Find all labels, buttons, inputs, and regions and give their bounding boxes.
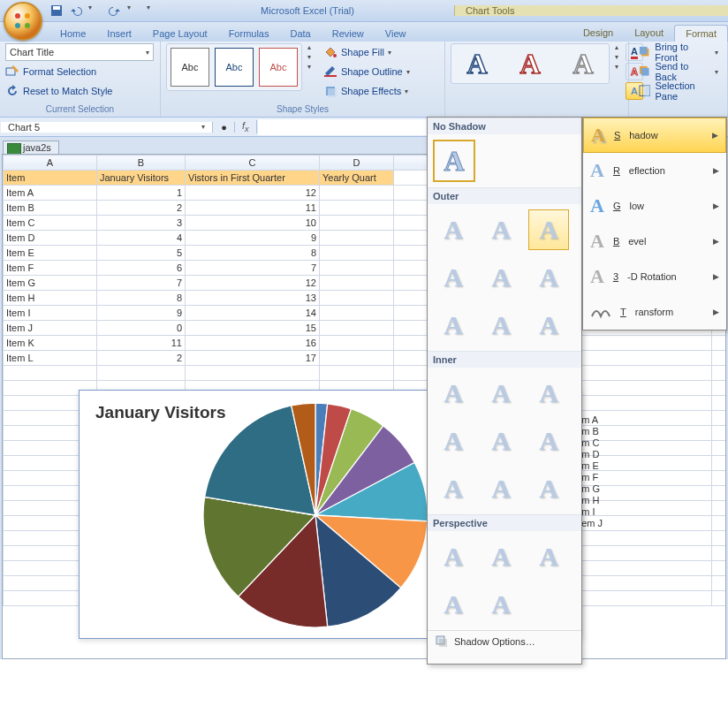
shadow-preset[interactable]: A bbox=[481, 584, 521, 625]
tab-home[interactable]: Home bbox=[49, 26, 96, 42]
shape-style-gallery[interactable]: Abc Abc Abc bbox=[166, 43, 302, 91]
shadow-preset[interactable]: A bbox=[481, 536, 521, 577]
wordart-style-gallery[interactable]: A A A bbox=[451, 43, 610, 84]
shape-gallery-more-icon[interactable]: ▾ bbox=[307, 63, 311, 71]
wordart-gallery-up-icon[interactable]: ▴ bbox=[615, 43, 618, 51]
cell[interactable]: 12 bbox=[186, 186, 320, 201]
text-effect-bevel[interactable]: ABevel▶ bbox=[583, 224, 726, 259]
selection-pane-button[interactable]: Selection Pane bbox=[634, 82, 722, 100]
shadow-preset[interactable]: A bbox=[528, 421, 569, 461]
shape-outline-button[interactable]: Shape Outline▾ bbox=[320, 63, 413, 80]
cell[interactable]: Item I bbox=[4, 306, 97, 321]
cell[interactable]: 6 bbox=[97, 261, 186, 276]
cell[interactable]: 0 bbox=[97, 321, 186, 336]
wordart-style-3[interactable]: A bbox=[559, 46, 607, 81]
shape-gallery-up-icon[interactable]: ▴ bbox=[307, 43, 311, 51]
name-box[interactable]: Chart 5▾ bbox=[1, 122, 213, 133]
col-header-C[interactable]: C bbox=[186, 156, 320, 171]
cell[interactable]: Item D bbox=[4, 231, 97, 246]
cell[interactable]: 11 bbox=[186, 201, 320, 216]
send-to-back-button[interactable]: Send to Back▾ bbox=[634, 63, 722, 80]
tab-data[interactable]: Data bbox=[279, 26, 321, 42]
format-selection-button[interactable]: Format Selection bbox=[5, 65, 96, 79]
tab-layout[interactable]: Layout bbox=[624, 25, 674, 42]
cancel-icon[interactable]: ● bbox=[214, 122, 235, 133]
wordart-gallery-more-icon[interactable]: ▾ bbox=[615, 63, 618, 71]
shadow-preset[interactable]: A bbox=[433, 468, 474, 509]
text-effect--d-rotation[interactable]: A3-D Rotation▶ bbox=[583, 259, 726, 294]
cell[interactable] bbox=[320, 261, 394, 276]
cell[interactable]: Item C bbox=[4, 216, 97, 231]
shadow-preset[interactable]: A bbox=[481, 257, 521, 298]
shadow-preset[interactable]: A bbox=[528, 305, 569, 346]
cell[interactable]: 17 bbox=[186, 351, 320, 366]
cell[interactable]: Item F bbox=[4, 261, 97, 276]
tab-formulas[interactable]: Formulas bbox=[218, 26, 280, 42]
cell[interactable]: 3 bbox=[97, 216, 186, 231]
cell[interactable]: Vistors in First Quarter bbox=[186, 171, 320, 186]
shape-effects-button[interactable]: Shape Effects▾ bbox=[320, 82, 413, 100]
shape-fill-button[interactable]: Shape Fill▾ bbox=[320, 43, 413, 61]
cell[interactable]: Item G bbox=[4, 276, 97, 291]
cell[interactable]: 1 bbox=[97, 186, 186, 201]
cell[interactable]: Item L bbox=[4, 351, 97, 366]
shadow-preset[interactable]: A bbox=[528, 373, 569, 414]
text-effect-transform[interactable]: Transform▶ bbox=[583, 294, 726, 330]
cell[interactable] bbox=[320, 216, 394, 231]
shadow-preset[interactable]: A bbox=[433, 305, 474, 346]
undo-icon[interactable] bbox=[69, 4, 83, 18]
cell[interactable] bbox=[320, 201, 394, 216]
shadow-none[interactable]: A bbox=[433, 140, 475, 182]
cell[interactable]: 4 bbox=[97, 231, 186, 246]
cell[interactable] bbox=[320, 321, 394, 336]
shadow-preset[interactable]: A bbox=[481, 209, 521, 250]
col-header-A[interactable]: A bbox=[4, 156, 97, 171]
cell[interactable]: 10 bbox=[186, 216, 320, 231]
shadow-preset[interactable]: A bbox=[433, 209, 474, 250]
cell[interactable]: 8 bbox=[186, 246, 320, 261]
shadow-preset[interactable]: A bbox=[528, 536, 569, 577]
cell[interactable]: 11 bbox=[97, 336, 186, 351]
redo-icon[interactable] bbox=[108, 4, 122, 18]
shadow-preset[interactable]: A bbox=[481, 421, 521, 461]
col-header-D[interactable]: D bbox=[320, 156, 394, 171]
cell[interactable]: Item E bbox=[4, 246, 97, 261]
reset-style-button[interactable]: Reset to Match Style bbox=[5, 84, 113, 98]
cell[interactable]: 2 bbox=[97, 201, 186, 216]
tab-view[interactable]: View bbox=[375, 26, 417, 42]
cell[interactable]: 14 bbox=[186, 306, 320, 321]
workbook-tab[interactable]: java2s bbox=[3, 141, 59, 154]
cell[interactable] bbox=[320, 306, 394, 321]
cell[interactable]: Item bbox=[4, 171, 97, 186]
shadow-preset[interactable]: A bbox=[433, 373, 474, 414]
shadow-preset[interactable]: A bbox=[481, 468, 521, 509]
qat-customize-icon[interactable]: ▾ bbox=[147, 4, 161, 18]
undo-more-icon[interactable]: ▾ bbox=[88, 4, 102, 18]
cell[interactable] bbox=[320, 351, 394, 366]
shadow-options-button[interactable]: Shadow Options… bbox=[428, 630, 581, 652]
shadow-preset[interactable]: A bbox=[528, 468, 569, 509]
save-icon[interactable] bbox=[49, 4, 64, 18]
shape-style-3[interactable]: Abc bbox=[259, 48, 298, 87]
cell[interactable]: Item H bbox=[4, 291, 97, 306]
shadow-preset[interactable]: A bbox=[481, 305, 521, 346]
cell[interactable]: 12 bbox=[186, 276, 320, 291]
text-effect-shadow[interactable]: AShadow▶ bbox=[583, 118, 726, 153]
shadow-preset[interactable]: A bbox=[528, 257, 569, 298]
tab-page-layout[interactable]: Page Layout bbox=[142, 26, 218, 42]
cell[interactable]: 2 bbox=[97, 351, 186, 366]
wordart-style-1[interactable]: A bbox=[453, 46, 501, 81]
cell[interactable]: 5 bbox=[97, 246, 186, 261]
shadow-preset[interactable]: A bbox=[528, 209, 569, 250]
cell[interactable]: 15 bbox=[186, 321, 320, 336]
col-header-B[interactable]: B bbox=[97, 156, 186, 171]
cell[interactable]: 8 bbox=[97, 291, 186, 306]
shape-style-1[interactable]: Abc bbox=[171, 48, 209, 87]
cell[interactable]: Item J bbox=[4, 321, 97, 336]
cell[interactable]: 9 bbox=[97, 306, 186, 321]
bring-to-front-button[interactable]: Bring to Front▾ bbox=[634, 43, 722, 61]
cell[interactable] bbox=[320, 336, 394, 351]
cell[interactable]: 13 bbox=[186, 291, 320, 306]
cell[interactable] bbox=[320, 231, 394, 246]
chart-element-selector[interactable]: Chart Title▾ bbox=[5, 43, 154, 61]
